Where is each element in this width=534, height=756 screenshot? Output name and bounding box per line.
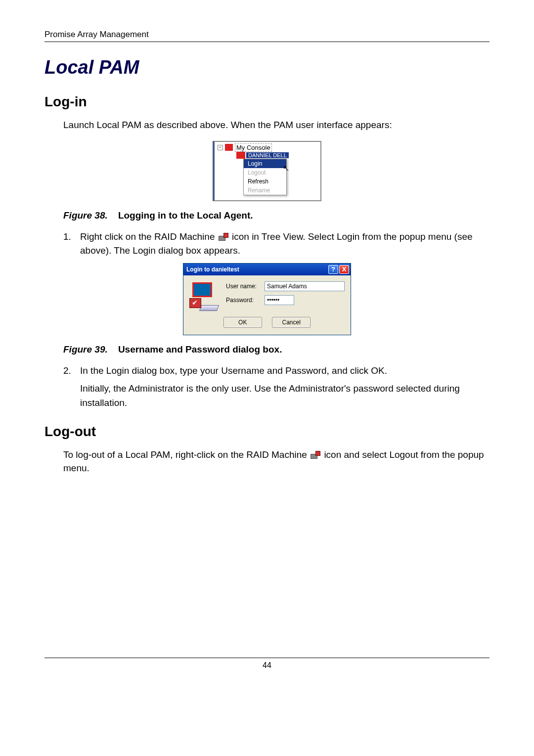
console-label[interactable]: My Console: [235, 143, 272, 152]
logout-heading: Log-out: [44, 424, 490, 440]
username-label: User name:: [226, 283, 265, 290]
step-2-line1: In the Login dialog box, type your Usern…: [80, 364, 490, 378]
menu-refresh[interactable]: Refresh: [244, 177, 286, 186]
cancel-button[interactable]: Cancel: [272, 317, 311, 328]
menu-rename: Rename: [244, 186, 286, 195]
step-2-text: In the Login dialog box, type your Usern…: [80, 364, 490, 414]
ok-button[interactable]: OK: [223, 317, 262, 328]
raid-machine-icon[interactable]: [236, 152, 245, 159]
context-menu: Login ↖ Logout Refresh Rename: [243, 159, 287, 195]
dialog-close-button[interactable]: X: [339, 265, 349, 274]
dialog-help-button[interactable]: ?: [328, 265, 338, 274]
page-header: Promise Array Management: [44, 30, 149, 39]
figure-39-image: Login to danieltest ? X User name:: [44, 263, 490, 335]
figure-38-caption: Figure 38. Logging in to the Local Agent…: [63, 210, 490, 221]
step-1-text: Right click on the RAID Machine icon in …: [80, 230, 490, 258]
step-1-number: 1.: [63, 230, 80, 258]
step-2-line2: Initially, the Administrator is the only…: [80, 382, 490, 410]
raid-machine-inline-icon: [219, 233, 228, 242]
raid-machine-inline-icon-2: [311, 451, 320, 460]
figure-39-caption: Figure 39. Username and Password dialog …: [63, 344, 490, 355]
step-1-part1: Right click on the RAID Machine: [80, 231, 218, 242]
logout-text: To log-out of a Local PAM, right-click o…: [63, 448, 490, 475]
raid-machine-label[interactable]: DANNIEL DELL: [246, 152, 289, 158]
page-number: 44: [263, 661, 271, 669]
logout-part1: To log-out of a Local PAM, right-click o…: [63, 449, 310, 460]
figure-39-text: Username and Password dialog box.: [118, 344, 282, 355]
menu-login-label: Login: [248, 160, 262, 167]
figure-39-label: Figure 39.: [63, 344, 108, 355]
dialog-key-icon: [189, 281, 221, 311]
figure-38-label: Figure 38.: [63, 210, 108, 221]
login-heading: Log-in: [44, 94, 490, 110]
step-2-number: 2.: [63, 364, 80, 414]
menu-logout: Logout: [244, 168, 286, 177]
cursor-icon: ↖: [283, 164, 289, 173]
menu-login[interactable]: Login ↖: [244, 159, 286, 168]
password-input[interactable]: [265, 295, 294, 305]
username-input[interactable]: [265, 281, 345, 291]
dialog-title: Login to danieltest: [186, 266, 239, 273]
login-intro: Launch Local PAM as described above. Whe…: [63, 119, 490, 132]
page-title: Local PAM: [44, 57, 490, 78]
tree-collapse-icon[interactable]: −: [218, 145, 223, 150]
console-icon: [225, 144, 233, 151]
dialog-titlebar: Login to danieltest ? X: [183, 264, 351, 275]
figure-38-image: − My Console DANNIEL DELL Login ↖ Logout…: [44, 141, 490, 201]
password-label: Password:: [226, 297, 265, 304]
figure-38-text: Logging in to the Local Agent.: [118, 210, 253, 221]
